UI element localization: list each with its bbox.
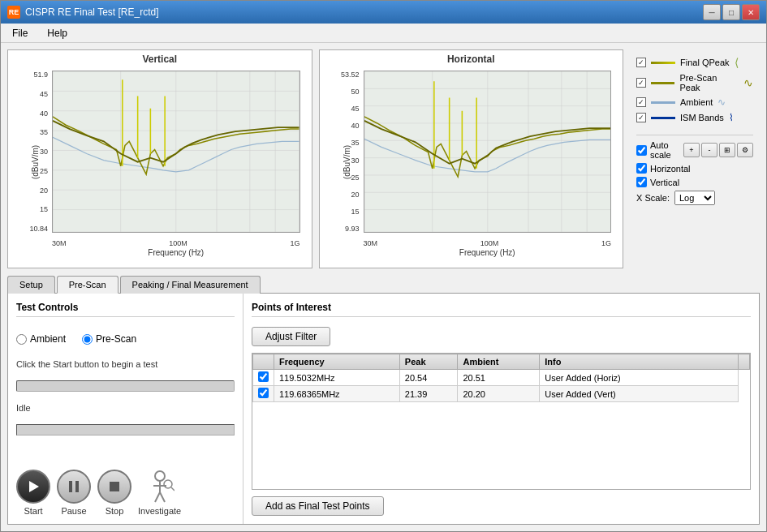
title-bar: RE CISPR RE Final Test [RE_rctd] ─ □ ✕: [1, 1, 766, 24]
legend-prescan-peak-checkbox[interactable]: [636, 78, 646, 88]
adjust-filter-button[interactable]: Adjust Filter: [252, 327, 330, 346]
x-scale-select[interactable]: Log Linear: [674, 191, 715, 205]
legend-ism-bands-icon: ⌇: [729, 112, 734, 123]
radio-ambient-label[interactable]: Ambient: [16, 333, 66, 345]
window-title: CISPR RE Final Test [RE_rctd]: [25, 6, 159, 18]
legend-prescan-peak: Pre-Scan Peak ∿: [636, 73, 753, 92]
radio-prescan[interactable]: [82, 334, 93, 345]
auto-scale-label: Auto scale: [650, 140, 683, 160]
legend-items: Final QPeak ⟨ Pre-Scan Peak ∿ Ambient ∿: [636, 56, 753, 130]
start-control: Start: [16, 470, 50, 516]
investigate-label: Investigate: [138, 506, 181, 516]
horizontal-checkbox[interactable]: [636, 163, 647, 174]
stop-icon: [107, 479, 122, 494]
row2-checkbox[interactable]: [258, 388, 269, 398]
vertical-plot-area: [52, 71, 300, 233]
zoom-out-button[interactable]: -: [701, 143, 717, 157]
left-panel: Test Controls Ambient Pre-Scan Click the…: [8, 294, 243, 524]
legend-final-qpeak-line: [651, 62, 675, 64]
play-icon: [26, 479, 41, 494]
x-scale-label: X Scale:: [636, 193, 670, 203]
tab-setup[interactable]: Setup: [7, 276, 55, 294]
horizontal-check-text: Horizontal: [650, 164, 691, 174]
col-info: Info: [540, 354, 739, 370]
maximize-button[interactable]: □: [722, 4, 740, 20]
pause-icon: [67, 479, 81, 494]
svg-rect-42: [69, 481, 72, 492]
settings-button[interactable]: ⚙: [737, 143, 753, 157]
status-label: Idle: [16, 401, 235, 414]
svg-point-45: [155, 471, 165, 481]
tab-peaking[interactable]: Peaking / Final Measurement: [120, 276, 261, 294]
stop-control: Stop: [97, 470, 131, 516]
legend-prescan-peak-line: [651, 82, 674, 84]
hint-text: Click the Start button to begin a test: [16, 358, 235, 371]
minimize-button[interactable]: ─: [703, 4, 721, 20]
legend-ambient-icon: ∿: [717, 97, 726, 108]
legend-ism-bands: ISM Bands ⌇: [636, 112, 753, 123]
vertical-check-label: Vertical: [636, 177, 753, 187]
legend-ambient-checkbox[interactable]: [636, 97, 646, 107]
horizontal-check-label: Horizontal: [636, 163, 753, 174]
window-controls: ─ □ ✕: [703, 4, 760, 20]
row2-ambient: 20.20: [458, 386, 540, 402]
vertical-chart: Vertical 51.9 45 40 35 30 25 20 15 10.84…: [7, 49, 312, 268]
tab-prescan[interactable]: Pre-Scan: [57, 276, 118, 294]
svg-line-51: [171, 487, 175, 491]
row1-checkbox[interactable]: [258, 371, 269, 382]
auto-scale-row: Auto scale + - ⊞ ⚙: [636, 140, 753, 160]
x-scale-row: X Scale: Log Linear: [636, 191, 753, 205]
legend-final-qpeak-label: Final QPeak: [680, 58, 730, 67]
vertical-checkbox[interactable]: [636, 177, 647, 187]
vertical-chart-svg: [53, 71, 299, 232]
row2-checkbox-cell: [253, 386, 274, 402]
col-ambient: Ambient: [458, 354, 540, 370]
button-row: Start Pause: [16, 470, 235, 516]
legend-controls: Auto scale + - ⊞ ⚙ Horizontal Vertical: [636, 135, 753, 205]
content-area: Test Controls Ambient Pre-Scan Click the…: [7, 294, 760, 525]
horizontal-chart: Horizontal 53.52 50 45 40 35 30 25 20 15…: [319, 49, 624, 268]
legend-area: Final QPeak ⟨ Pre-Scan Peak ∿ Ambient ∿: [630, 49, 760, 268]
zoom-in-button[interactable]: +: [683, 143, 700, 157]
menu-help[interactable]: Help: [42, 26, 72, 41]
investigate-icon: [145, 470, 175, 504]
horizontal-chart-title: Horizontal: [320, 50, 623, 66]
points-table: Frequency Peak Ambient Info 119.5032MHz: [252, 354, 750, 402]
test-controls-title: Test Controls: [16, 302, 235, 317]
pause-button[interactable]: [57, 470, 91, 504]
pause-control: Pause: [57, 470, 91, 516]
horizontal-y-label: (dBuV/m): [342, 144, 351, 178]
svg-marker-41: [29, 481, 39, 492]
main-window: RE CISPR RE Final Test [RE_rctd] ─ □ ✕ F…: [0, 0, 767, 532]
col-checkbox: [253, 354, 274, 370]
add-final-test-points-button[interactable]: Add as Final Test Points: [252, 496, 384, 516]
tabs-row: Setup Pre-Scan Peaking / Final Measureme…: [7, 275, 760, 294]
stop-button[interactable]: [97, 470, 131, 504]
vertical-check-text: Vertical: [650, 178, 679, 187]
vertical-y-label: (dBuV/m): [31, 144, 40, 178]
close-button[interactable]: ✕: [742, 4, 760, 20]
legend-final-qpeak-icon: ⟨: [735, 56, 739, 69]
radio-prescan-label[interactable]: Pre-Scan: [82, 333, 136, 345]
row1-ambient: 20.51: [458, 370, 540, 386]
fit-button[interactable]: ⊞: [719, 143, 735, 157]
menu-file[interactable]: File: [7, 26, 32, 41]
legend-ambient-label: Ambient: [680, 97, 713, 107]
radio-ambient[interactable]: [16, 334, 27, 345]
legend-prescan-peak-label: Pre-Scan Peak: [679, 73, 739, 92]
radio-prescan-text: Pre-Scan: [96, 333, 136, 345]
legend-ambient-line: [651, 101, 675, 104]
svg-line-48: [155, 492, 160, 502]
title-bar-left: RE CISPR RE Final Test [RE_rctd]: [7, 6, 159, 19]
table-body: 119.5032MHz 20.54 20.51 User Added (Hori…: [253, 370, 750, 402]
menu-bar: File Help: [1, 24, 766, 43]
row2-peak: 21.39: [399, 386, 458, 402]
legend-ism-bands-checkbox[interactable]: [636, 113, 646, 122]
legend-final-qpeak-checkbox[interactable]: [636, 58, 646, 67]
chart-icon-buttons: + - ⊞ ⚙: [683, 143, 753, 157]
auto-scale-checkbox[interactable]: [636, 145, 647, 156]
investigate-icon-container: [143, 470, 177, 504]
col-peak: Peak: [399, 354, 458, 370]
pause-label: Pause: [61, 506, 86, 516]
start-button[interactable]: [16, 470, 50, 504]
